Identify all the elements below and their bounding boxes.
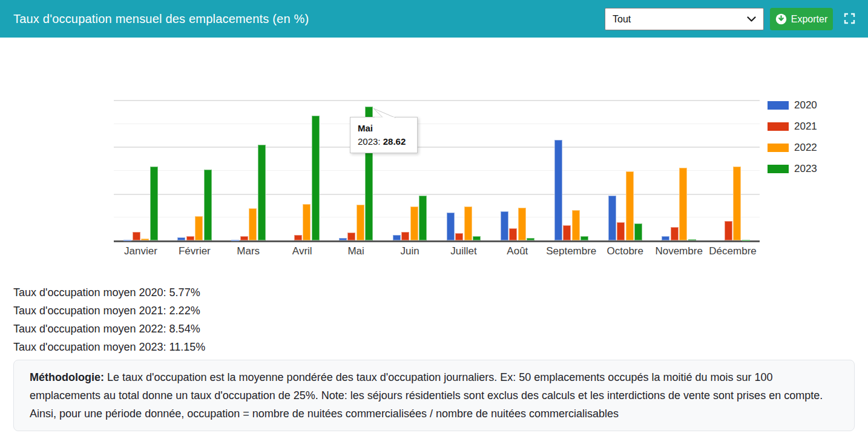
bar-2020-juillet[interactable] <box>447 213 455 240</box>
summary-line-2021: Taux d'occupation moyen 2021: 2.22% <box>13 302 205 320</box>
bar-2021-novembre[interactable] <box>671 227 679 240</box>
bar-2021-mars[interactable] <box>240 236 248 240</box>
gridline <box>114 100 760 101</box>
bar-2023-avril[interactable] <box>312 116 320 240</box>
bar-2022-mars[interactable] <box>249 208 257 240</box>
bar-2020-mars[interactable] <box>231 240 239 241</box>
x-axis-label: Juillet <box>437 245 491 257</box>
bar-2020-octobre[interactable] <box>608 196 616 240</box>
bar-2023-octobre[interactable] <box>634 223 642 240</box>
bar-2021-octobre[interactable] <box>617 222 625 240</box>
summary-line-2023: Taux d'occupation moyen 2023: 11.15% <box>13 338 205 356</box>
bar-2022-août[interactable] <box>518 208 526 240</box>
chart-tooltip: Mai 2023: 28.62 <box>350 117 418 153</box>
x-axis-label: Juin <box>383 245 437 257</box>
x-axis-label: Février <box>168 245 222 257</box>
legend-item-2022[interactable]: 2022 <box>768 142 817 154</box>
page-title: Taux d'occupation mensuel des emplacemen… <box>0 12 309 26</box>
legend-swatch <box>768 122 789 131</box>
x-axis-label: Avril <box>275 245 329 257</box>
legend-label: 2022 <box>794 142 817 154</box>
bar-2022-avril[interactable] <box>303 204 311 240</box>
legend-item-2021[interactable]: 2021 <box>768 121 817 133</box>
bar-2021-août[interactable] <box>509 228 517 240</box>
methodology-text: Le taux d'occupation est la moyenne pond… <box>30 371 823 420</box>
export-button[interactable]: Exporter <box>770 8 833 30</box>
export-button-label: Exporter <box>791 14 827 25</box>
bar-2020-septembre[interactable] <box>554 140 562 240</box>
tooltip-value: 28.62 <box>383 136 406 147</box>
x-axis-label: Août <box>490 245 544 257</box>
bar-2020-juin[interactable] <box>393 235 401 240</box>
x-axis-line <box>114 240 760 242</box>
x-axis-label: Mai <box>329 245 383 257</box>
bar-2021-janvier[interactable] <box>133 232 140 240</box>
bar-2020-novembre[interactable] <box>662 236 669 240</box>
bar-2023-septembre[interactable] <box>580 236 588 240</box>
bar-2023-mars[interactable] <box>258 145 266 241</box>
gridline <box>114 147 760 148</box>
summary-block: Taux d'occupation moyen 2020: 5.77% Taux… <box>13 283 205 356</box>
app-header: Taux d'occupation mensuel des emplacemen… <box>0 0 868 38</box>
legend-swatch <box>768 101 789 110</box>
summary-line-2020: Taux d'occupation moyen 2020: 5.77% <box>13 283 205 302</box>
bar-2020-janvier[interactable] <box>123 240 131 241</box>
bar-2022-septembre[interactable] <box>572 210 580 240</box>
methodology-note: Méthodologie: Le taux d'occupation est l… <box>13 360 855 431</box>
bar-2021-avril[interactable] <box>294 235 302 240</box>
bar-2020-février[interactable] <box>177 237 185 240</box>
bar-2022-novembre[interactable] <box>679 168 687 240</box>
bar-2021-septembre[interactable] <box>563 225 571 241</box>
download-circle-icon <box>775 13 787 25</box>
bar-2023-juillet[interactable] <box>473 236 481 240</box>
bar-2022-décembre[interactable] <box>733 167 741 240</box>
bar-2023-août[interactable] <box>527 238 534 240</box>
bar-2021-mai[interactable] <box>347 233 355 240</box>
bar-2023-décembre[interactable] <box>742 240 750 241</box>
tooltip-callout <box>367 107 399 119</box>
period-select[interactable]: Tout <box>605 8 764 30</box>
tooltip-value-line: 2023: 28.62 <box>358 136 410 147</box>
methodology-label: Méthodologie: <box>30 371 104 383</box>
bar-2023-juin[interactable] <box>419 196 427 240</box>
bar-2023-janvier[interactable] <box>150 167 158 240</box>
legend-label: 2021 <box>794 121 817 133</box>
x-axis-label: Janvier <box>114 245 168 257</box>
bar-2022-février[interactable] <box>195 216 203 240</box>
legend-item-2023[interactable]: 2023 <box>768 163 817 175</box>
bar-2023-février[interactable] <box>204 170 212 240</box>
bar-2020-mai[interactable] <box>339 238 347 240</box>
legend-swatch <box>768 165 789 173</box>
x-axis-label: Mars <box>222 245 275 257</box>
x-axis-label: Décembre <box>706 245 760 257</box>
bar-2021-février[interactable] <box>186 236 194 240</box>
bar-2022-mai[interactable] <box>357 205 364 241</box>
bar-chart: 2020202120222023 Mai 2023: 28.62 Janvier… <box>0 38 868 279</box>
tooltip-series-label: 2023: <box>358 136 383 147</box>
legend-label: 2020 <box>794 99 817 111</box>
bar-2022-juin[interactable] <box>410 207 418 240</box>
bar-2022-janvier[interactable] <box>141 239 149 240</box>
legend-item-2020[interactable]: 2020 <box>768 99 817 111</box>
chevron-down-icon <box>747 16 756 22</box>
bar-2022-octobre[interactable] <box>626 171 634 241</box>
period-select-value: Tout <box>613 14 631 25</box>
bar-2021-juillet[interactable] <box>455 233 463 240</box>
fullscreen-icon[interactable] <box>843 13 856 26</box>
x-axis-label: Octobre <box>598 245 652 257</box>
bar-2020-août[interactable] <box>501 211 508 240</box>
bar-2023-novembre[interactable] <box>688 239 696 240</box>
bar-2021-décembre[interactable] <box>725 221 732 241</box>
x-axis-label: Novembre <box>652 245 706 257</box>
summary-line-2022: Taux d'occupation moyen 2022: 8.54% <box>13 320 205 338</box>
legend-swatch <box>768 144 789 152</box>
chart-legend: 2020202120222023 <box>768 99 817 184</box>
bar-2022-juillet[interactable] <box>464 207 472 241</box>
bar-2021-juin[interactable] <box>401 232 409 240</box>
page: Taux d'occupation mensuel des emplacemen… <box>0 0 868 433</box>
gridline <box>114 124 760 124</box>
x-axis-label: Septembre <box>544 245 598 257</box>
legend-label: 2023 <box>794 163 817 175</box>
tooltip-title: Mai <box>358 123 410 133</box>
